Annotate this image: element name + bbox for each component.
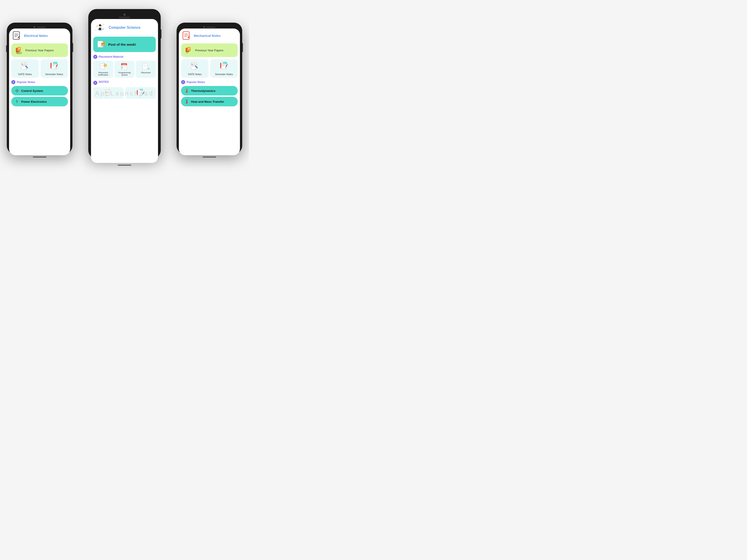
left-semester-icon: READY FOR CLASS! ✦ <box>49 61 59 72</box>
svg-marker-79 <box>148 68 149 70</box>
svg-point-57 <box>105 43 106 44</box>
svg-point-44 <box>18 90 19 91</box>
svg-text:✦: ✦ <box>196 64 197 65</box>
svg-point-50 <box>99 24 101 26</box>
svg-rect-64 <box>105 65 106 66</box>
center-post-week-btn[interactable]: ✦ Post of the week! <box>93 37 156 52</box>
svg-text:✦: ✦ <box>194 62 195 64</box>
left-notes-grid: ✦ ✦ GATE Notes <box>11 59 68 78</box>
left-semester-notes-card[interactable]: READY FOR CLASS! ✦ Semester Notes <box>41 59 68 78</box>
center-notif-label: Placement Notification <box>95 72 112 76</box>
svg-point-81 <box>106 91 106 91</box>
svg-rect-140 <box>186 100 187 103</box>
right-gate-icon: ✦ ✦ <box>190 61 200 72</box>
center-post-label: Post of the week! <box>108 43 136 46</box>
right-gate-notes-card[interactable]: ✦ ✦ GATE Notes <box>181 59 208 78</box>
center-notes-card1[interactable]: ✦ ✦ <box>93 87 124 99</box>
svg-point-82 <box>106 91 106 92</box>
svg-text:CLASS!: CLASS! <box>140 90 143 91</box>
left-gate-icon: ✦ ✦ <box>20 61 30 72</box>
left-control-label: Control System <box>21 89 43 92</box>
center-notes-icon2: READY FOR CLASS! <box>136 89 145 97</box>
left-power-electronics-btn[interactable]: Power Electronics <box>11 97 68 106</box>
right-thermodynamics-btn[interactable]: Thermodynamics <box>181 86 238 96</box>
svg-point-19 <box>22 63 23 64</box>
left-header-title: Electrical Notes <box>24 34 48 37</box>
left-popular-title: Popular Notes <box>17 81 35 84</box>
right-heat-icon <box>184 99 189 104</box>
svg-rect-73 <box>122 68 123 68</box>
svg-rect-59 <box>100 63 105 69</box>
right-prev-papers-label: Previous Year Papers <box>195 49 224 52</box>
left-power-label: Power Electronics <box>21 100 47 103</box>
center-placement-grid: ✦ Placement Notification QUIZ <box>93 61 156 78</box>
left-heart-icon: ♥ <box>11 80 16 84</box>
right-semester-notes-card[interactable]: READY FOR CLASS! ✦ Semester Notes <box>210 59 238 78</box>
svg-text:✦: ✦ <box>108 89 110 90</box>
svg-rect-56 <box>101 43 103 45</box>
svg-text:✦: ✦ <box>103 23 104 25</box>
left-power-icon <box>15 99 20 104</box>
center-quiz-card[interactable]: QUIZ Programming Quizes <box>114 61 134 78</box>
svg-rect-72 <box>122 66 123 67</box>
center-app-icon: ✦ ✦ <box>93 21 107 34</box>
center-quiz-label: Programming Quizes <box>116 72 133 76</box>
center-app-header: ✦ ✦ Computer Science <box>93 21 156 34</box>
left-gate-notes-card[interactable]: ✦ ✦ GATE Notes <box>11 59 39 78</box>
center-heart-icon1: ♥ <box>93 55 97 59</box>
center-notes-icon1: ✦ ✦ <box>104 89 112 97</box>
left-prev-papers-label: Previous Year Papers <box>25 49 54 52</box>
left-app-icon <box>11 30 22 41</box>
svg-point-42 <box>17 92 18 93</box>
center-placement3-card[interactable]: Placement <box>136 61 156 78</box>
svg-point-83 <box>106 93 106 94</box>
svg-point-43 <box>15 90 16 91</box>
svg-point-20 <box>22 64 23 65</box>
right-thermo-icon <box>184 88 189 93</box>
svg-point-40 <box>16 90 18 91</box>
svg-text:✦: ✦ <box>225 68 227 70</box>
right-heat-mass-btn[interactable]: Heat and Mass Transfer <box>181 97 238 106</box>
svg-text:✦: ✦ <box>95 30 96 31</box>
right-semester-label: Semester Notes <box>215 73 233 76</box>
left-gate-label: GATE Notes <box>18 73 32 76</box>
right-gate-label: GATE Notes <box>188 73 202 76</box>
svg-rect-74 <box>122 68 123 69</box>
center-placement-notif-card[interactable]: ✦ Placement Notification <box>93 61 113 78</box>
phone-left: Electrical Notes know ledge <box>7 23 72 154</box>
left-app-header: Electrical Notes <box>11 30 68 41</box>
svg-line-98 <box>144 91 145 94</box>
right-popular-title: Popular Notes <box>186 81 205 84</box>
svg-rect-106 <box>187 47 190 51</box>
svg-point-117 <box>191 64 192 65</box>
svg-text:ledge: ledge <box>16 52 19 53</box>
svg-rect-75 <box>143 63 148 70</box>
center-heart-icon2: ♥ <box>93 81 97 85</box>
svg-point-116 <box>191 63 192 64</box>
left-control-system-btn[interactable]: Control System <box>11 86 68 96</box>
right-notes-grid: ✦ ✦ GATE Notes <box>181 59 238 78</box>
center-notif-icon: ✦ <box>99 62 107 71</box>
svg-text:ledge: ledge <box>186 52 188 53</box>
center-placement3-label: Placement <box>141 72 151 74</box>
center-notes-card2[interactable]: READY FOR CLASS! <box>125 87 156 99</box>
center-notes-row: ✦ ✦ READY FOR <box>93 87 156 99</box>
left-control-icon <box>15 88 20 93</box>
svg-text:FOR CLASS!: FOR CLASS! <box>53 63 57 64</box>
right-app-header: Mechanical Notes <box>181 30 238 41</box>
right-popular-header: ♥ Popular Notes <box>181 80 238 84</box>
svg-rect-9 <box>18 47 21 51</box>
svg-text:✦: ✦ <box>26 64 27 65</box>
svg-text:READY: READY <box>53 62 57 63</box>
svg-text:✦: ✦ <box>109 91 110 93</box>
phone-right: Mechanical Notes know ledge <box>177 23 242 154</box>
phone-center: ✦ ✦ Computer Science <box>88 9 161 158</box>
center-placement-header: ♥ Placement Material <box>93 55 156 59</box>
svg-text:✦: ✦ <box>55 68 57 70</box>
svg-point-41 <box>17 89 18 89</box>
right-prev-papers-card[interactable]: know ledge Previous Year Papers <box>181 44 238 57</box>
center-post-icon: ✦ <box>97 40 106 49</box>
left-popular-header: ♥ Popular Notes <box>11 80 68 84</box>
left-prev-papers-card[interactable]: know ledge Previous Year Papers <box>11 44 68 57</box>
svg-text:✦: ✦ <box>104 63 105 64</box>
